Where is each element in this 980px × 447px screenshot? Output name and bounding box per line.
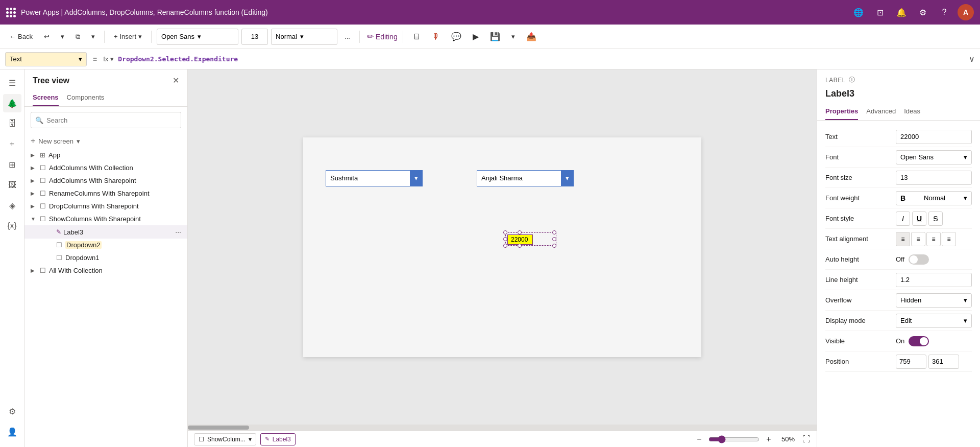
handle-tl[interactable] (503, 230, 507, 234)
handle-br[interactable] (552, 244, 556, 248)
zoom-slider[interactable] (708, 435, 760, 443)
rp-tab-ideas[interactable]: Ideas (904, 103, 920, 120)
undo-button[interactable]: ↩ (40, 29, 54, 45)
components-icon[interactable]: ⊞ (3, 155, 21, 174)
rp-tab-properties[interactable]: Properties (825, 103, 858, 120)
align-left-button[interactable]: ≡ (896, 232, 910, 246)
save-chevron[interactable]: ▾ (507, 29, 519, 45)
user-avatar[interactable]: A (958, 4, 974, 20)
copy-button[interactable]: ⧉ (71, 29, 84, 45)
app-grid-icon[interactable] (6, 8, 16, 17)
expand-canvas-icon[interactable]: ⛶ (802, 435, 811, 444)
screen-tab-chevron: ▾ (249, 436, 252, 443)
bell-icon[interactable]: 🔔 (893, 4, 910, 20)
run-button[interactable]: ▶ (469, 29, 483, 45)
preview-icon[interactable]: 🖥 (408, 29, 425, 45)
tree-item-addcol-sp[interactable]: ▶ ☐ AddColumns With Sharepoint (24, 174, 187, 187)
auto-height-toggle[interactable] (909, 254, 929, 265)
align-center-button[interactable]: ≡ (911, 232, 925, 246)
font-weight-select[interactable]: B Normal ▾ (896, 191, 972, 205)
dropdown2-element[interactable]: Anjali Sharma ▾ (477, 170, 574, 186)
tree-search-container: 🔍 (31, 112, 181, 128)
align-right-button[interactable]: ≡ (926, 232, 941, 246)
tab-screens[interactable]: Screens (33, 89, 59, 106)
divider-3 (359, 31, 360, 43)
tree-item-addcol-col[interactable]: ▶ ☐ AddColumns With Collection (24, 161, 187, 174)
handle-tc[interactable] (518, 230, 522, 234)
rp-row-font: Font Open Sans ▾ (825, 147, 972, 168)
health-icon[interactable]: 🎙 (428, 29, 444, 45)
tree-item-label3[interactable]: ✎ Label3 ··· (24, 225, 187, 239)
comment-icon[interactable]: 💬 (447, 29, 465, 45)
new-screen-button[interactable]: + New screen ▾ (24, 133, 187, 149)
line-height-input[interactable] (896, 273, 972, 287)
undo-dropdown[interactable]: ▾ (57, 29, 68, 45)
tab-components[interactable]: Components (67, 89, 105, 106)
back-button[interactable]: ← Back (5, 29, 37, 45)
hamburger-icon[interactable]: ☰ (3, 74, 21, 92)
zoom-minus-button[interactable]: − (693, 433, 705, 445)
settings-icon[interactable]: ⚙ (3, 402, 21, 420)
copilot-icon[interactable]: ⊡ (872, 4, 888, 20)
formula-expand-icon[interactable]: ∨ (969, 54, 975, 64)
data-icon[interactable]: 🗄 (3, 114, 21, 133)
overflow-select[interactable]: Hidden ▾ (896, 293, 972, 308)
position-y-input[interactable] (928, 355, 959, 369)
insert-button[interactable]: + Insert ▾ (110, 29, 146, 45)
handle-bc[interactable] (518, 244, 522, 248)
screen-tab[interactable]: ☐ ShowColum... ▾ (194, 433, 256, 445)
tree-item-renamecol[interactable]: ▶ ☐ RenameColumns With Sharepoint (24, 187, 187, 200)
strikethrough-button[interactable]: S (928, 211, 943, 226)
tree-item-dropdown1[interactable]: ☐ Dropdown1 (24, 251, 187, 264)
canvas-scrollbar-h[interactable] (188, 425, 817, 431)
position-x-input[interactable] (896, 355, 926, 369)
handle-bl[interactable] (503, 244, 507, 248)
handle-ml[interactable] (503, 237, 507, 241)
zoom-plus-button[interactable]: + (763, 433, 775, 445)
label-tab[interactable]: ✎ Label3 (260, 433, 296, 445)
publish-button[interactable]: 📤 (522, 29, 541, 45)
font-selector[interactable]: Open Sans ▾ (157, 29, 238, 45)
paste-dropdown[interactable]: ▾ (87, 29, 99, 45)
formula-input[interactable] (118, 55, 965, 63)
variables-icon[interactable]: {x} (3, 217, 21, 235)
tree-close-button[interactable]: ✕ (173, 76, 179, 85)
more-options-button[interactable]: ... (340, 29, 354, 45)
insert-panel-icon[interactable]: + (3, 135, 21, 153)
themes-icon[interactable]: ◈ (3, 196, 21, 215)
visible-toggle[interactable] (909, 336, 929, 346)
tree-item-dropcol[interactable]: ▶ ☐ DropColumns With Sharepoint (24, 200, 187, 213)
align-justify-button[interactable]: ≡ (942, 232, 956, 246)
text-value-input[interactable] (896, 130, 972, 144)
scrollbar-thumb-h[interactable] (188, 426, 249, 430)
save-button[interactable]: 💾 (486, 29, 504, 45)
tree-item-showcol[interactable]: ▼ ☐ ShowColumns With Sharepoint (24, 213, 187, 225)
handle-mr[interactable] (552, 237, 556, 241)
rp-tab-advanced[interactable]: Advanced (866, 103, 896, 120)
font-select[interactable]: Open Sans ▾ (896, 150, 972, 164)
rp-help-icon[interactable]: ⓘ (849, 76, 855, 84)
tree-view-icon[interactable]: 🌲 (3, 94, 21, 112)
item-context-menu-icon[interactable]: ··· (175, 228, 181, 236)
globe-icon[interactable]: 🌐 (850, 4, 867, 20)
font-style-selector[interactable]: Normal ▾ (271, 29, 337, 45)
gear-icon[interactable]: ⚙ (915, 4, 931, 20)
font-size-input[interactable] (241, 29, 268, 45)
help-icon[interactable]: ? (936, 4, 952, 20)
canvas-frame[interactable]: Sushmita ▾ Anjali Sharma ▾ 22000 (303, 137, 701, 357)
font-size-input-rp[interactable] (896, 171, 972, 185)
label3-element[interactable]: 22000 (507, 234, 533, 245)
tree-item-allwithcol[interactable]: ▶ ☐ All With Collection (24, 264, 187, 277)
tree-item-app[interactable]: ▶ ⊞ App (24, 149, 187, 161)
italic-button[interactable]: I (896, 211, 910, 226)
dropdown1-element[interactable]: Sushmita ▾ (326, 170, 423, 186)
rp-row-position: Position (825, 351, 972, 372)
users-icon[interactable]: 👤 (3, 422, 21, 441)
handle-tr[interactable] (552, 230, 556, 234)
tree-item-dropdown2[interactable]: ☐ Dropdown2 (24, 239, 187, 251)
display-mode-select[interactable]: Edit ▾ (896, 314, 972, 328)
media-icon[interactable]: 🖼 (3, 176, 21, 194)
field-selector[interactable]: Text ▾ (5, 52, 87, 66)
underline-button[interactable]: U (912, 211, 926, 226)
tree-search-input[interactable] (46, 116, 177, 124)
